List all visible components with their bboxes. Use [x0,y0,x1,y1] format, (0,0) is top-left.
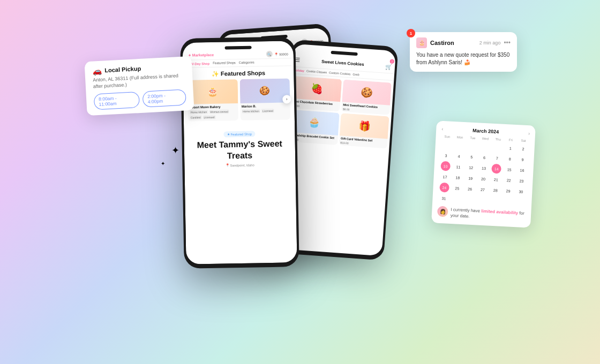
slc-tab-grab[interactable]: Grab [352,73,359,77]
cal-cell [477,195,487,205]
cal-day-20[interactable]: 20 [478,174,489,184]
pickup-time-2[interactable]: 2:00pm - 4:00pm [142,89,186,108]
availability-text: I currently have limited availability fo… [451,207,526,223]
day-label-wed: Wed [479,137,491,141]
pickup-address: Anton, AL 36311 (Full address is shared … [93,73,185,90]
slc-product-1[interactable]: 🍓 Mini Chocolate Strawberries $8.00 [291,76,341,111]
meet-title-front: Meet Tammy's Sweet Treats [190,138,290,162]
meet-location-front: 📍 Sandpoint, Idaho [190,162,290,168]
cal-day-1[interactable]: 1 [505,143,515,153]
cal-cell [502,196,513,207]
featured-shops-title-front: ✨ Featured Shops [185,69,291,78]
cal-day-25[interactable]: 25 [452,183,462,193]
day-label-tue: Tue [467,136,479,140]
cal-day-15[interactable]: 15 [504,164,514,175]
slc-product-4[interactable]: 🎁 Gift Card Valentine Set $19.00 [339,113,389,148]
cal-day-6[interactable]: 6 [479,153,490,163]
cal-day-11[interactable]: 11 [453,162,463,172]
phone-front-screen: ✦ Marketplace 🔍 📍 90000 ✓ V-Day Shop Fea… [182,41,297,264]
calendar-month: March 2024 [472,128,499,135]
cal-day-5[interactable]: 5 [467,151,477,162]
front-shop-card-1-name: Desert Moon Bakery [189,105,236,109]
phone-front-notch [224,46,251,50]
phone-front: ✦ Marketplace 🔍 📍 90000 ✓ V-Day Shop Fea… [180,36,299,269]
slc-tab-classes[interactable]: Cookie Classes [306,70,327,74]
day-label-thu: Thu [492,138,504,141]
cal-day-24[interactable]: 24 [439,183,449,193]
front-shop-card-1[interactable]: 🎂 Desert Moon Bakery Home kitchen Woman-… [188,79,238,122]
slc-product-1-image: 🍓 [292,76,342,102]
front-shop-card-2-name: Marion B. [242,104,289,108]
calendar-next-icon[interactable]: › [528,131,530,136]
cal-cell [467,141,477,151]
cal-day-7[interactable]: 7 [492,153,502,163]
cart-icon[interactable]: 🛒 [385,64,392,70]
calendar-prev-icon[interactable]: ‹ [441,126,444,132]
shop-tag: Licensed [261,109,274,113]
shop-tag: Woman-owned [209,109,229,114]
calendar-header: ‹ March 2024 › [441,126,530,136]
tab-featured-front[interactable]: Featured Shops [213,61,236,65]
sparkle-icon-sm: ✦ [161,161,165,166]
cal-day-29[interactable]: 29 [503,186,513,196]
search-icon-front[interactable]: 🔍 [266,51,272,57]
cal-day-13[interactable]: 13 [479,163,489,173]
cal-day-19[interactable]: 19 [466,173,476,183]
notification-app-name: Castiron [430,40,454,46]
cal-day-16[interactable]: 16 [517,165,527,175]
shop-tag: Home kitchen [190,110,208,115]
cal-cell [515,197,526,207]
cal-day-2[interactable]: 2 [518,143,528,154]
hamburger-icon[interactable]: ☰ [295,57,301,63]
cal-day-30[interactable]: 30 [516,186,526,196]
scene: ✦ ✦ 🚗 Local Pickup Anton, AL 36311 (Full… [0,0,600,364]
cal-day-14[interactable]: 14 [491,164,501,174]
slc-products-grid: 🍓 Mini Chocolate Strawberries $8.00 🍪 Mi… [287,74,394,151]
cal-day-3[interactable]: 3 [441,150,451,161]
cal-day-31[interactable]: 31 [439,193,449,203]
cal-day-21[interactable]: 21 [491,175,501,185]
meet-section-front: ★ Featured Shop Meet Tammy's Sweet Treat… [186,124,293,171]
baker-avatar: 👩 [437,206,448,217]
pickup-time-1[interactable]: 8:00am - 11:00am [94,92,140,110]
location-indicator-front: 📍 90000 [274,52,288,56]
cal-day-17[interactable]: 17 [440,172,450,182]
front-shop-card-1-image: 🎂 [188,79,238,104]
cal-day-4[interactable]: 4 [454,151,464,161]
pickup-card: 🚗 Local Pickup Anton, AL 36311 (Full add… [84,56,194,116]
cal-cell [464,194,475,204]
cal-cell [480,142,490,152]
cal-cell [454,140,464,150]
pickup-title: Local Pickup [104,65,141,74]
cal-day-9[interactable]: 9 [518,154,528,164]
cal-day-28[interactable]: 28 [490,185,500,195]
cal-day-27[interactable]: 27 [478,185,488,195]
cal-day-18[interactable]: 18 [453,172,463,183]
cal-day-26[interactable]: 26 [465,184,475,194]
cal-day-8[interactable]: 8 [505,154,515,164]
day-label-sat: Sat [518,139,530,142]
marketplace-logo-front: ✦ Marketplace [188,53,214,58]
day-label-mon: Mon [454,135,466,139]
day-label-sun: Sun [441,135,453,139]
slc-tab-custom[interactable]: Custom Cookies [329,71,351,76]
notification-menu-icon[interactable]: ••• [504,39,511,47]
notification-badge: 1 [407,29,415,37]
shop-grid-front: 🎂 Desert Moon Bakery Home kitchen Woman-… [185,78,292,121]
notification-header: 🎂 Castiron 2 min ago ••• [416,37,511,48]
slc-product-2[interactable]: 🍪 Mini Sweetheart Cookies $8.00 [341,79,392,115]
notification-body: You have a new quote request for $350 fr… [416,51,511,66]
shop-tag: Certified [190,115,202,119]
slc-product-4-image: 🎁 [339,113,389,139]
cal-day-22[interactable]: 22 [504,175,514,185]
slc-shop-title: Sweet Liven Cookies [321,59,364,67]
tab-categories-front[interactable]: Categories [239,60,254,65]
cal-day-12[interactable]: 12 [466,162,476,172]
cal-cell [490,196,500,206]
day-label-fri: Fri [505,138,517,142]
cal-day-10[interactable]: 10 [440,161,451,171]
slc-product-2-image: 🍪 [342,79,392,105]
cal-day-23[interactable]: 23 [516,176,527,186]
pickup-times: 8:00am - 11:00am 2:00pm - 4:00pm [94,89,186,110]
calendar-grid: 1 2 3 4 5 6 7 8 9 10 11 12 13 14 15 16 1… [438,140,529,207]
